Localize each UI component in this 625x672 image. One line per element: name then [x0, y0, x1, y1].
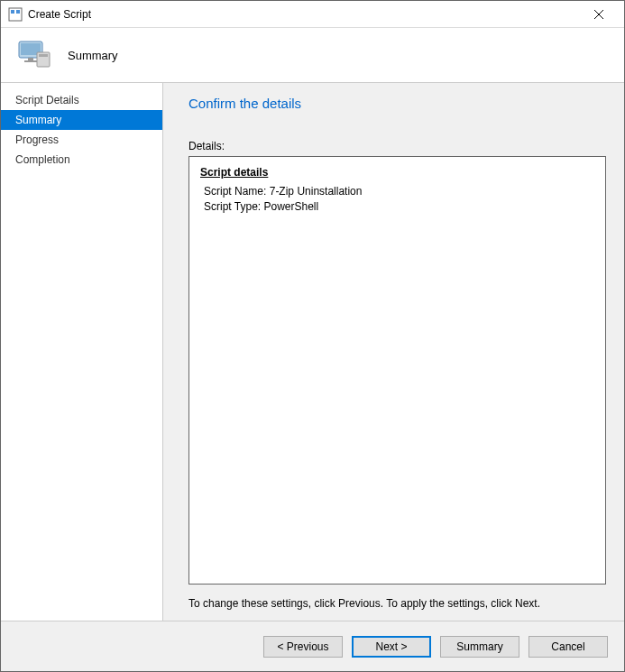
next-button[interactable]: Next > [352, 636, 431, 658]
sidebar-item-summary[interactable]: Summary [1, 110, 162, 130]
details-label: Details: [188, 140, 606, 152]
previous-button[interactable]: < Previous [263, 636, 343, 658]
footer: < Previous Next > Summary Cancel [1, 621, 624, 671]
monitor-icon [15, 36, 53, 74]
close-button[interactable] [581, 2, 617, 27]
svg-rect-2 [16, 10, 20, 14]
cancel-button[interactable]: Cancel [528, 636, 608, 658]
titlebar: Create Script [1, 1, 624, 28]
sidebar: Script Details Summary Progress Completi… [1, 83, 163, 621]
script-type-row: Script Type: PowerShell [204, 199, 594, 215]
svg-rect-1 [11, 10, 14, 14]
main-heading: Confirm the details [188, 96, 606, 111]
script-name-value: 7-Zip Uninstallation [270, 185, 363, 198]
window-title: Create Script [28, 8, 581, 21]
sidebar-item-script-details[interactable]: Script Details [1, 90, 162, 110]
app-icon [8, 7, 23, 22]
svg-rect-8 [24, 60, 37, 62]
script-type-label: Script Type: [204, 200, 261, 213]
main-panel: Confirm the details Details: Script deta… [163, 83, 624, 621]
script-name-row: Script Name: 7-Zip Uninstallation [204, 184, 594, 199]
svg-rect-10 [39, 54, 48, 57]
hint-text: To change these settings, click Previous… [188, 597, 606, 610]
sidebar-item-progress[interactable]: Progress [1, 130, 162, 150]
details-box: Script details Script Name: 7-Zip Uninst… [188, 156, 606, 585]
details-section-title: Script details [200, 166, 594, 179]
content: Script Details Summary Progress Completi… [1, 82, 624, 621]
page-title: Summary [68, 49, 118, 62]
script-type-value: PowerShell [263, 200, 318, 213]
svg-rect-7 [28, 58, 33, 60]
summary-button[interactable]: Summary [440, 636, 519, 658]
script-name-label: Script Name: [204, 185, 266, 198]
sidebar-item-completion[interactable]: Completion [1, 150, 162, 170]
header: Summary [1, 28, 624, 82]
